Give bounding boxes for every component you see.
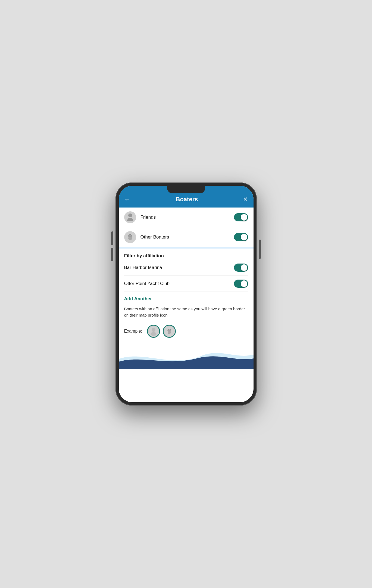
- example-captain-icon: [165, 327, 174, 336]
- friends-section: Friends: [119, 208, 254, 247]
- app-content: Friends: [119, 208, 254, 402]
- bar-harbor-label: Bar Harbor Marina: [124, 265, 234, 270]
- friends-avatar: [124, 211, 136, 223]
- person-icon: [127, 213, 133, 221]
- svg-rect-11: [169, 329, 170, 330]
- close-button[interactable]: ✕: [243, 196, 248, 203]
- back-button[interactable]: ←: [124, 196, 131, 203]
- filter-section: Filter by affiliation Bar Harbor Marina …: [119, 249, 254, 292]
- phone-screen: ← Boaters ✕ Friends: [119, 186, 254, 402]
- bottom-wave: [119, 342, 254, 369]
- svg-point-5: [152, 328, 155, 332]
- otter-point-label: Otter Point Yacht Club: [124, 281, 234, 286]
- captain-hat-icon: [125, 232, 135, 242]
- filter-title: Filter by affiliation: [124, 253, 248, 259]
- other-boaters-toggle[interactable]: [234, 233, 248, 241]
- wave-container: [119, 342, 254, 369]
- friends-list-item: Friends: [119, 208, 254, 227]
- description-text: Boaters with an affiliation the same as …: [119, 306, 254, 323]
- example-row: Example:: [119, 323, 254, 342]
- other-boaters-label: Other Boaters: [140, 234, 234, 240]
- otter-point-toggle[interactable]: [234, 280, 248, 288]
- page-title: Boaters: [176, 196, 198, 203]
- other-boaters-list-item: Other Boaters: [119, 227, 254, 247]
- volume-up-button[interactable]: [111, 231, 113, 245]
- svg-rect-4: [129, 235, 131, 236]
- friends-toggle[interactable]: [234, 213, 248, 221]
- example-captain-avatar: [163, 325, 176, 338]
- friends-label: Friends: [140, 215, 234, 220]
- svg-rect-3: [128, 236, 132, 237]
- wave-svg: [119, 342, 254, 369]
- notch: [167, 186, 205, 193]
- bar-harbor-item: Bar Harbor Marina: [124, 260, 248, 276]
- power-button[interactable]: [259, 240, 261, 259]
- volume-down-button[interactable]: [111, 248, 113, 261]
- add-another-button[interactable]: Add Another: [119, 292, 254, 306]
- svg-point-6: [151, 332, 157, 336]
- example-person-icon: [149, 327, 158, 336]
- svg-rect-10: [167, 330, 171, 331]
- other-boaters-avatar: [124, 231, 136, 243]
- example-label: Example:: [124, 329, 142, 334]
- example-person-avatar: [147, 325, 160, 338]
- bar-harbor-toggle[interactable]: [234, 264, 248, 272]
- otter-point-item: Otter Point Yacht Club: [124, 276, 248, 292]
- phone-frame: ← Boaters ✕ Friends: [115, 182, 257, 406]
